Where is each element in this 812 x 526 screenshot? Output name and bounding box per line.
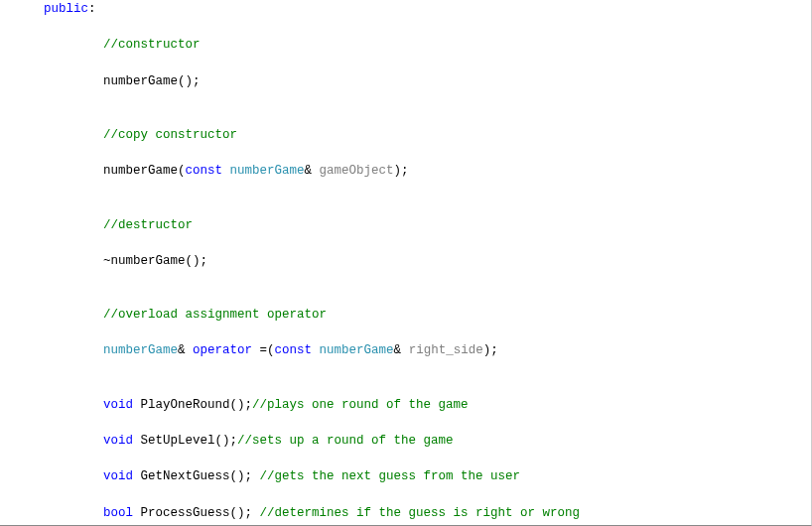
code: numberGame(: [103, 164, 186, 178]
code: =(: [252, 343, 275, 357]
comment: //plays one round of the game: [252, 398, 469, 412]
comment: //sets up a round of the game: [237, 434, 454, 448]
keyword: const: [186, 164, 223, 178]
comment: //determines if the guess is right or wr…: [260, 506, 581, 520]
fn: ProcessGuess();: [133, 506, 260, 520]
comment: //gets the next guess from the user: [260, 469, 521, 483]
ctor-decl: numberGame();: [103, 74, 201, 88]
keyword: void: [103, 469, 133, 483]
code: &: [394, 343, 409, 357]
code: &: [305, 164, 320, 178]
comment: //destructor: [103, 218, 193, 232]
keyword-public: public: [44, 2, 88, 16]
keyword: void: [103, 434, 133, 448]
type: numberGame: [103, 343, 178, 357]
fn: PlayOneRound();: [133, 398, 252, 412]
dtor-decl: ~numberGame();: [103, 254, 207, 268]
code: );: [394, 164, 409, 178]
code-block: public: //constructor numberGame(); //co…: [0, 0, 811, 526]
colon: :: [88, 2, 96, 16]
code: &: [178, 343, 193, 357]
fn: SetUpLevel();: [133, 434, 237, 448]
keyword: bool: [103, 506, 133, 520]
param: gameObject: [320, 164, 394, 178]
comment: //constructor: [103, 38, 201, 52]
comment: //overload assignment operator: [103, 308, 327, 322]
type: numberGame: [312, 343, 394, 357]
param: right_side: [409, 343, 483, 357]
fn: GetNextGuess();: [133, 469, 260, 483]
comment: //copy constructor: [103, 128, 237, 142]
keyword: void: [103, 398, 133, 412]
keyword: operator: [193, 343, 252, 357]
keyword: const: [275, 343, 313, 357]
type: numberGame: [222, 164, 305, 178]
code: );: [483, 343, 498, 357]
